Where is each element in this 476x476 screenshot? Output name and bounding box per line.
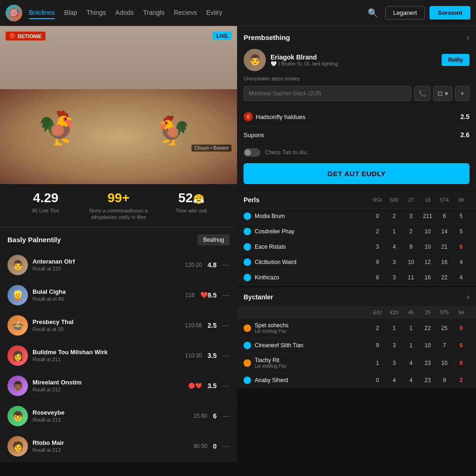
t-val: 211 <box>419 213 436 219</box>
close-icon[interactable]: › <box>467 33 469 42</box>
list-item[interactable]: 👨 Anteranan Olrf Rouill at 215 120·20 4.… <box>0 250 237 280</box>
list-item[interactable]: 👩 Bulldme Tou Milshan Wirk Rouill ai 211… <box>0 341 237 371</box>
nav-blap[interactable]: Blap <box>64 7 77 19</box>
bet-label: 8 Hadsonfly haldues <box>244 112 305 121</box>
bet-option-1[interactable]: 8 Hadsonfly haldues 2.5 <box>244 107 469 126</box>
avatar: 👦 <box>7 406 28 426</box>
logo-icon: 🎯 <box>6 5 22 21</box>
bet-option-2[interactable]: Supons 2.6 <box>244 126 469 144</box>
t-v2: 4 <box>403 377 419 383</box>
t-val: 9 <box>369 259 386 265</box>
list-sub: Rouill ai 213 <box>33 447 189 453</box>
list-sub: Rouill ai at 20 <box>33 326 180 332</box>
list-odds: 4.8 <box>208 261 217 269</box>
col-18: 18 <box>419 197 436 203</box>
list-item[interactable]: 👨🏾 Mireelant Onstim Rouill ai 212 🔴❤️ 3.… <box>0 371 237 401</box>
heart-icon: ❤️ <box>200 291 208 298</box>
t-val: 5 <box>453 213 469 219</box>
nav-adods[interactable]: Adods <box>115 7 134 19</box>
nav-recievs[interactable]: Recievs <box>174 7 197 19</box>
channel-info: Choum • Bomerr <box>192 145 231 152</box>
stat-events-value: 99+ <box>82 191 155 205</box>
panel-header: Prembsething › <box>244 33 469 42</box>
table-row[interactable]: Clreaneof Slith Tian 9 3 1 10 7 6 <box>237 338 476 353</box>
table-row[interactable]: Cliclbution Waird 9 3 10 12 16 4 <box>237 255 476 270</box>
t-val: 4 <box>453 274 469 281</box>
t-val: 3 <box>386 259 403 265</box>
live-badge: LIVE <box>213 32 231 40</box>
list-sub: Rouill ai 211 <box>33 357 180 362</box>
add-button[interactable]: + <box>455 86 469 101</box>
list-item[interactable]: 👱 Buial Cigha Rouill at et 80 118 ❤️ 9.5… <box>0 280 237 311</box>
list-dash-icon: — <box>222 261 230 269</box>
list-odds: 3.5 <box>208 352 217 359</box>
rooster-right-icon: 🐓 <box>156 114 191 147</box>
list-name: Anteranan Olrf <box>33 258 180 265</box>
rooster-left-icon: 🐓 <box>37 109 78 147</box>
list-item[interactable]: 👦 Roseveybe Rouill ai 213 15·90 6 — <box>0 401 237 431</box>
t-val: 10 <box>419 228 436 235</box>
list-info: Roseveybe Rouill ai 213 <box>28 409 193 423</box>
list-score: 120·20 <box>185 262 202 268</box>
t-val: 8 <box>369 274 386 281</box>
list-btn[interactable]: Beafnug <box>198 234 230 245</box>
list-name: Buial Cigha <box>33 288 181 295</box>
table-row[interactable]: Modia Brum 0 2 3 211 6 5 <box>237 209 476 224</box>
stat-live-label: 90 Live Tive <box>9 207 82 214</box>
t-v2: 25 <box>436 325 453 331</box>
t-v2: 3 <box>386 342 403 349</box>
t-val: 11 <box>403 274 419 281</box>
table-row[interactable]: Spet sohechs Lie siohtug Pay 2 1 1 22 25… <box>237 318 476 338</box>
list-score: 90·50 <box>193 443 207 450</box>
close-icon[interactable]: › <box>467 292 469 302</box>
table-row[interactable]: Cosdrelier Phay 2 1 2 10 14 5 <box>237 224 476 239</box>
list-section-header: Basly Palnentily Beafnug <box>0 228 237 250</box>
team-icon <box>244 342 251 349</box>
nav: Briiclines Blap Things Adods Trangls Rec… <box>29 7 365 19</box>
phone-icon-btn[interactable]: 📞 <box>414 86 430 101</box>
table-row[interactable]: Anaby Slherd 0 4 4 23 9 2 <box>237 373 476 388</box>
betting-badge: 🔴 BETIONIE <box>6 32 46 40</box>
nav-eviiry[interactable]: Eviiry <box>206 7 222 19</box>
list-name: Bulldme Tou Milshan Wirk <box>33 349 180 356</box>
cta-button[interactable]: GET AUT EUDLY <box>244 163 469 184</box>
col-500: 500 <box>386 197 403 203</box>
search-button[interactable]: 🔍 <box>365 5 381 21</box>
team-name: Modia Brum <box>255 213 369 219</box>
nav-briiclines[interactable]: Briiclines <box>29 7 55 19</box>
login-button[interactable]: Leganert <box>385 6 425 20</box>
t-val: 3 <box>403 213 419 219</box>
col-27: 27 <box>403 197 419 203</box>
list-dash-icon: — <box>222 412 230 420</box>
list-dash-icon: — <box>222 321 230 330</box>
nav-things[interactable]: Things <box>86 7 106 19</box>
user-info: Eriagok Blrand 🤍 | Bruliie·Si..Oi..lant … <box>271 53 437 67</box>
toggle-switch[interactable] <box>244 148 260 157</box>
table-row[interactable]: Eace Ristals 3 4 9 10 21 6 <box>237 239 476 255</box>
table-row[interactable]: Tiachy Rit Lie etatltug Pay 1 3 4 23 10 … <box>237 353 476 373</box>
t-val: 12 <box>419 259 436 265</box>
t-v2: 22 <box>419 325 436 331</box>
t-v2: 1 <box>403 325 419 331</box>
list-item[interactable]: 🧑 Rtobo Mair Rouill ai 213 90·50 0 — <box>0 431 237 462</box>
list-items: 👨 Anteranan Olrf Rouill at 215 120·20 4.… <box>0 250 237 462</box>
nav-trangls[interactable]: Trangls <box>143 7 165 19</box>
table-perls-title: Perls <box>244 196 369 204</box>
t-val: 16 <box>419 274 436 281</box>
row2-sub: Lie etatltug Pay <box>255 364 369 369</box>
signup-button[interactable]: Sorsionl <box>430 6 470 20</box>
t-val: 2 <box>369 228 386 235</box>
t-val: 14 <box>436 228 453 235</box>
t-val: 4 <box>453 259 469 265</box>
team-name: Cliclbution Waird <box>255 259 369 265</box>
user-sub: 🤍 | Bruliie·Si..Oi..lant lighting <box>271 61 437 67</box>
reply-button[interactable]: Rellly <box>442 54 469 66</box>
share-icon-btn[interactable]: ⊡ ▾ <box>433 86 452 101</box>
t-val: 16 <box>436 259 453 265</box>
left-column: 🐓 🐓 🔴 BETIONIE LIVE Choum • Bomerr 4.29 … <box>0 26 237 462</box>
list-odds: 0 <box>213 443 217 450</box>
table-row[interactable]: Kinthcazo 8 3 11 16 22 4 <box>237 270 476 285</box>
list-item[interactable]: 🍲 Presbecy Thal Rouill ai at 20 110·58 2… <box>0 311 237 341</box>
user-row: 👨 Eriagok Blrand 🤍 | Bruliie·Si..Oi..lan… <box>244 49 469 71</box>
search-input[interactable] <box>244 86 411 101</box>
